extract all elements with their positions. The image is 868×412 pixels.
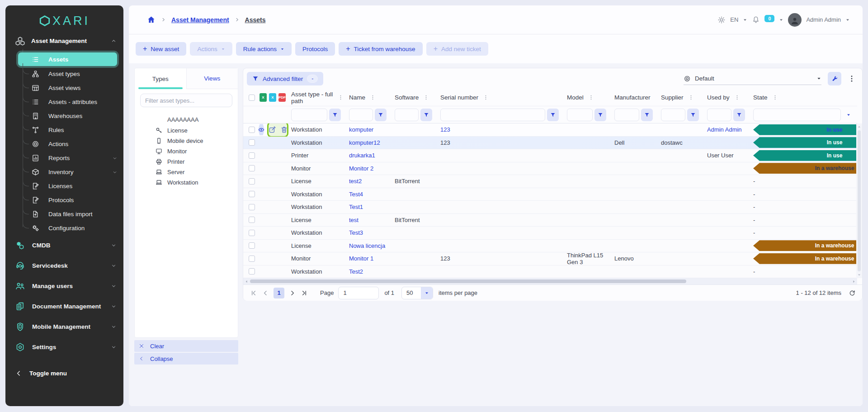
filter-input-software[interactable] <box>395 109 419 121</box>
table-row[interactable]: WorkstationTest1- <box>243 201 857 214</box>
ticket-from-warehouse-button[interactable]: +Ticket from warehouse <box>339 42 422 56</box>
asset-name-link[interactable]: test2 <box>349 178 362 185</box>
table-row[interactable]: WorkstationTest2- <box>243 265 857 279</box>
page-number-input[interactable] <box>338 287 379 299</box>
filter-input-serial-number[interactable] <box>440 109 545 121</box>
chevron-down-icon[interactable] <box>845 18 850 22</box>
sidebar-item-assets[interactable]: Assets <box>18 52 117 66</box>
asset-name-link[interactable]: komputer <box>349 126 373 133</box>
sidebar-module-document-management[interactable]: Document Management <box>5 296 123 317</box>
asset-name-link[interactable]: test <box>349 217 359 223</box>
filter-funnel-button[interactable] <box>547 109 559 121</box>
filter-input-asset-type-full-path[interactable] <box>291 109 327 121</box>
select-all-checkbox[interactable] <box>249 95 255 101</box>
row-checkbox[interactable] <box>249 204 255 210</box>
sidebar-module-settings[interactable]: Settings <box>5 337 123 357</box>
asset-name-link[interactable]: Monitor 1 <box>349 255 373 262</box>
table-row[interactable]: Licensetest2BitTorrent- <box>243 175 857 188</box>
filter-asset-types-input[interactable] <box>140 94 232 107</box>
edit-icon[interactable] <box>269 126 276 133</box>
add-new-ticket-button[interactable]: +Add new ticket <box>426 42 488 56</box>
sidebar-item-asset-types[interactable]: Asset types <box>23 67 123 81</box>
sidebar-item-reports[interactable]: Reports <box>23 151 123 165</box>
column-menu-icon[interactable] <box>423 94 429 101</box>
sidebar-item-warehouses[interactable]: Warehouses <box>23 109 123 123</box>
row-checkbox[interactable] <box>249 268 255 275</box>
asset-name-link[interactable]: Nowa licencja <box>349 242 385 249</box>
page-number-button[interactable]: 1 <box>274 288 284 298</box>
row-checkbox[interactable] <box>249 242 255 249</box>
collapse-button[interactable]: Collapse <box>134 353 238 365</box>
column-menu-icon[interactable] <box>483 94 489 101</box>
column-header-manufacturer[interactable]: Manufacturer <box>609 89 656 106</box>
filter-funnel-button[interactable] <box>594 109 606 121</box>
type-item-mobile-device[interactable]: Mobile device <box>135 136 238 146</box>
filter-funnel-button[interactable] <box>687 109 699 121</box>
asset-name-link[interactable]: Test4 <box>349 191 363 198</box>
chevron-down-icon[interactable] <box>743 18 747 22</box>
row-checkbox[interactable] <box>249 230 255 236</box>
view-asset-button[interactable] <box>258 124 264 135</box>
row-checkbox[interactable] <box>249 178 255 185</box>
sidebar-item-inventory[interactable]: Inventory <box>23 165 123 179</box>
sidebar-module-cmdb[interactable]: CMDB <box>5 235 123 256</box>
settings-gear-icon[interactable] <box>717 16 726 24</box>
sidebar-item-asset-views[interactable]: Asset views <box>23 81 123 95</box>
chevron-down-icon[interactable] <box>779 18 783 22</box>
filter-funnel-button[interactable] <box>733 109 745 121</box>
language-selector[interactable]: EN <box>730 16 738 23</box>
filter-input-state[interactable] <box>753 109 841 121</box>
user-avatar[interactable] <box>788 13 802 27</box>
filter-funnel-button[interactable] <box>420 109 432 121</box>
column-menu-icon[interactable] <box>370 94 376 101</box>
asset-name-link[interactable]: Monitor 2 <box>349 165 373 172</box>
clear-button[interactable]: Clear <box>134 340 238 352</box>
asset-name-link[interactable]: drukarka1 <box>349 152 375 159</box>
filter-input-model[interactable] <box>567 109 593 121</box>
table-row[interactable]: Workstationkomputer12123DelldostawcIn us… <box>243 137 857 150</box>
notifications-count-badge[interactable]: 0 <box>764 15 774 22</box>
row-checkbox[interactable] <box>249 139 255 146</box>
vertical-scrollbar[interactable] <box>856 123 862 278</box>
breadcrumb-assets[interactable]: Assets <box>245 16 266 24</box>
home-icon[interactable] <box>147 15 156 24</box>
column-header-used-by[interactable]: Used by <box>702 89 748 106</box>
previous-page-icon[interactable] <box>262 289 269 297</box>
type-item-license[interactable]: License <box>135 125 238 136</box>
table-row[interactable]: LicenseNowa licencjaIn a warehouse <box>243 240 857 253</box>
vertical-scrollbar-thumb[interactable] <box>858 130 861 271</box>
horizontal-scrollbar[interactable] <box>243 278 857 284</box>
scroll-right-icon[interactable] <box>852 279 856 284</box>
filter-funnel-button[interactable] <box>641 109 653 121</box>
row-checkbox[interactable] <box>249 217 255 223</box>
filter-funnel-button[interactable] <box>375 109 387 121</box>
type-item-workstation[interactable]: Workstation <box>135 177 238 188</box>
type-item-monitor[interactable]: Monitor <box>135 146 238 156</box>
table-row[interactable]: MonitorMonitor 1123ThinkPad L15 Gen 3Len… <box>243 252 857 265</box>
asset-name-link[interactable]: komputer12 <box>349 139 380 146</box>
csv-export-icon[interactable]: X <box>269 93 276 102</box>
page-size-select[interactable]: 50 <box>401 287 433 299</box>
row-checkbox[interactable] <box>249 127 255 133</box>
filter-funnel-button[interactable] <box>329 109 341 121</box>
column-header-software[interactable]: Software <box>389 89 435 106</box>
sidebar-module-servicedesk[interactable]: Servicedesk <box>5 256 123 276</box>
sidebar-module-mobile-management[interactable]: Mobile Management <box>5 317 123 337</box>
row-checkbox[interactable] <box>249 191 255 197</box>
filter-input-manufacturer[interactable] <box>614 109 639 121</box>
sidebar-item-data-files-import[interactable]: Data files import <box>23 207 123 221</box>
column-header-state[interactable]: State <box>748 89 857 106</box>
table-row[interactable]: Workstationkomputer123Admin AdminIn use <box>243 123 857 137</box>
column-menu-icon[interactable] <box>688 94 694 101</box>
column-menu-icon[interactable] <box>772 94 778 101</box>
sidebar-item-actions[interactable]: Actions <box>23 137 123 151</box>
scroll-up-icon[interactable] <box>857 125 861 129</box>
breadcrumb-asset-management[interactable]: Asset Management <box>171 16 229 24</box>
sidebar-item-assets-attributes[interactable]: Assets - attributes <box>23 95 123 109</box>
next-page-icon[interactable] <box>289 289 296 297</box>
last-page-icon[interactable] <box>301 289 308 297</box>
row-checkbox[interactable] <box>249 256 255 262</box>
refresh-icon[interactable] <box>849 289 856 297</box>
column-menu-icon[interactable] <box>734 94 740 101</box>
row-checkbox[interactable] <box>249 152 255 159</box>
